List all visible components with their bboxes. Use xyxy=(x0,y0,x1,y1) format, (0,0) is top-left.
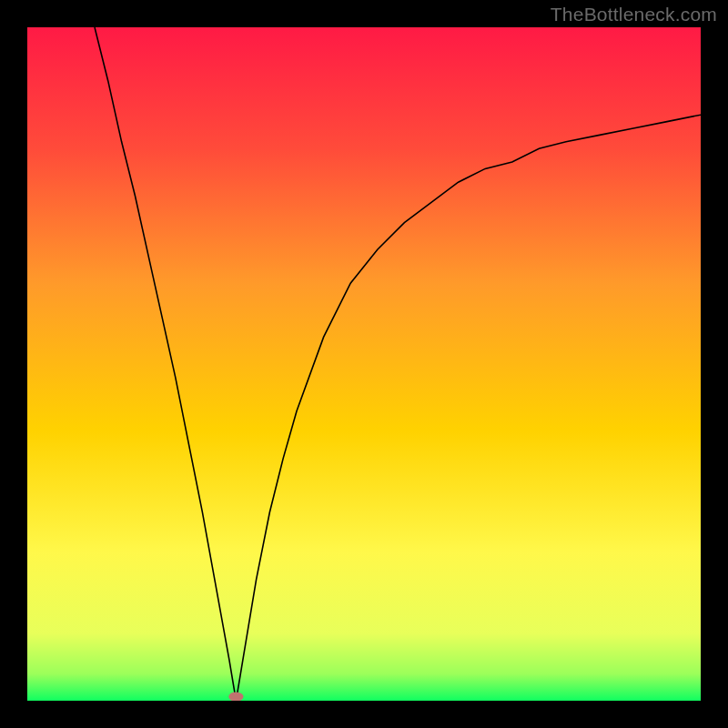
watermark-text: TheBottleneck.com xyxy=(551,4,717,25)
plot-svg xyxy=(27,27,701,701)
chart-frame: TheBottleneck.com xyxy=(0,0,728,728)
plot-area xyxy=(27,27,701,701)
gradient-background xyxy=(27,27,701,701)
